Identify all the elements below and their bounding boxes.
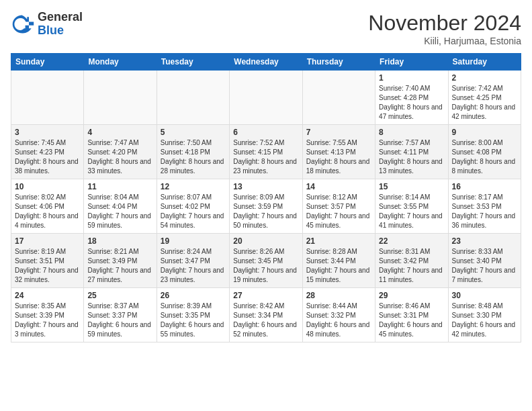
day-info: Sunrise: 8:19 AM Sunset: 3:51 PM Dayligh… — [15, 247, 80, 285]
day-number: 23 — [452, 236, 517, 246]
calendar-cell — [230, 71, 302, 125]
month-title: November 2024 — [368, 11, 521, 36]
day-number: 18 — [87, 236, 152, 246]
day-number: 6 — [233, 128, 298, 137]
day-number: 8 — [379, 128, 444, 137]
day-info: Sunrise: 8:07 AM Sunset: 4:02 PM Dayligh… — [161, 193, 226, 230]
calendar-cell: 10Sunrise: 8:02 AM Sunset: 4:06 PM Dayli… — [11, 179, 84, 234]
day-info: Sunrise: 8:02 AM Sunset: 4:06 PM Dayligh… — [15, 193, 80, 230]
day-number: 21 — [306, 236, 371, 246]
calendar-cell: 28Sunrise: 8:44 AM Sunset: 3:32 PM Dayli… — [302, 288, 375, 342]
calendar-cell: 30Sunrise: 8:48 AM Sunset: 3:30 PM Dayli… — [448, 288, 521, 342]
day-info: Sunrise: 8:39 AM Sunset: 3:35 PM Dayligh… — [161, 302, 226, 339]
calendar-cell: 29Sunrise: 8:46 AM Sunset: 3:31 PM Dayli… — [375, 288, 448, 342]
day-info: Sunrise: 8:21 AM Sunset: 3:49 PM Dayligh… — [87, 247, 152, 285]
logo-blue: Blue — [38, 24, 83, 38]
day-info: Sunrise: 8:12 AM Sunset: 3:57 PM Dayligh… — [306, 193, 371, 230]
col-monday: Monday — [84, 54, 157, 71]
day-info: Sunrise: 7:57 AM Sunset: 4:11 PM Dayligh… — [379, 138, 444, 176]
day-number: 20 — [233, 236, 298, 246]
day-number: 1 — [379, 73, 444, 83]
calendar-cell: 23Sunrise: 8:33 AM Sunset: 3:40 PM Dayli… — [448, 234, 521, 288]
day-info: Sunrise: 8:26 AM Sunset: 3:45 PM Dayligh… — [233, 247, 298, 285]
day-info: Sunrise: 8:04 AM Sunset: 4:04 PM Dayligh… — [87, 193, 152, 230]
calendar-cell — [84, 71, 157, 125]
day-number: 2 — [452, 73, 517, 83]
calendar-cell: 20Sunrise: 8:26 AM Sunset: 3:45 PM Dayli… — [230, 234, 302, 288]
day-number: 14 — [306, 182, 371, 191]
day-number: 10 — [15, 182, 80, 191]
calendar-week-row: 10Sunrise: 8:02 AM Sunset: 4:06 PM Dayli… — [11, 179, 521, 234]
calendar-table: Sunday Monday Tuesday Wednesday Thursday… — [11, 53, 521, 342]
calendar-cell: 7Sunrise: 7:55 AM Sunset: 4:13 PM Daylig… — [302, 125, 375, 179]
day-number: 11 — [87, 182, 152, 191]
day-number: 28 — [306, 291, 371, 300]
calendar-cell: 5Sunrise: 7:50 AM Sunset: 4:18 PM Daylig… — [157, 125, 229, 179]
logo: General Blue — [11, 11, 83, 38]
day-number: 15 — [379, 182, 444, 191]
calendar-cell: 18Sunrise: 8:21 AM Sunset: 3:49 PM Dayli… — [84, 234, 157, 288]
logo-icon — [11, 12, 35, 36]
day-info: Sunrise: 7:42 AM Sunset: 4:25 PM Dayligh… — [452, 84, 517, 122]
calendar-cell — [157, 71, 229, 125]
day-number: 16 — [452, 182, 517, 191]
day-info: Sunrise: 8:42 AM Sunset: 3:34 PM Dayligh… — [233, 302, 298, 339]
calendar-cell: 2Sunrise: 7:42 AM Sunset: 4:25 PM Daylig… — [448, 71, 521, 125]
calendar-cell — [302, 71, 375, 125]
day-info: Sunrise: 7:52 AM Sunset: 4:15 PM Dayligh… — [233, 138, 298, 176]
calendar-cell: 24Sunrise: 8:35 AM Sunset: 3:39 PM Dayli… — [11, 288, 84, 342]
calendar-header-row: Sunday Monday Tuesday Wednesday Thursday… — [11, 54, 521, 71]
day-info: Sunrise: 8:31 AM Sunset: 3:42 PM Dayligh… — [379, 247, 444, 285]
day-number: 5 — [161, 128, 226, 137]
col-thursday: Thursday — [302, 54, 375, 71]
calendar-cell: 21Sunrise: 8:28 AM Sunset: 3:44 PM Dayli… — [302, 234, 375, 288]
calendar-cell: 22Sunrise: 8:31 AM Sunset: 3:42 PM Dayli… — [375, 234, 448, 288]
calendar-cell: 17Sunrise: 8:19 AM Sunset: 3:51 PM Dayli… — [11, 234, 84, 288]
calendar-week-row: 24Sunrise: 8:35 AM Sunset: 3:39 PM Dayli… — [11, 288, 521, 342]
day-number: 24 — [15, 291, 80, 300]
day-number: 27 — [233, 291, 298, 300]
day-info: Sunrise: 8:28 AM Sunset: 3:44 PM Dayligh… — [306, 247, 371, 285]
day-info: Sunrise: 7:50 AM Sunset: 4:18 PM Dayligh… — [161, 138, 226, 176]
day-number: 12 — [161, 182, 226, 191]
day-info: Sunrise: 8:35 AM Sunset: 3:39 PM Dayligh… — [15, 302, 80, 339]
day-info: Sunrise: 8:46 AM Sunset: 3:31 PM Dayligh… — [379, 302, 444, 339]
calendar-cell: 27Sunrise: 8:42 AM Sunset: 3:34 PM Dayli… — [230, 288, 302, 342]
col-saturday: Saturday — [448, 54, 521, 71]
day-number: 9 — [452, 128, 517, 137]
day-number: 17 — [15, 236, 80, 246]
calendar-cell: 19Sunrise: 8:24 AM Sunset: 3:47 PM Dayli… — [157, 234, 229, 288]
calendar-cell: 12Sunrise: 8:07 AM Sunset: 4:02 PM Dayli… — [157, 179, 229, 234]
day-number: 4 — [87, 128, 152, 137]
col-tuesday: Tuesday — [157, 54, 229, 71]
calendar-cell: 16Sunrise: 8:17 AM Sunset: 3:53 PM Dayli… — [448, 179, 521, 234]
calendar-cell: 8Sunrise: 7:57 AM Sunset: 4:11 PM Daylig… — [375, 125, 448, 179]
day-info: Sunrise: 8:09 AM Sunset: 3:59 PM Dayligh… — [233, 193, 298, 230]
calendar-week-row: 3Sunrise: 7:45 AM Sunset: 4:23 PM Daylig… — [11, 125, 521, 179]
day-number: 25 — [87, 291, 152, 300]
calendar-week-row: 17Sunrise: 8:19 AM Sunset: 3:51 PM Dayli… — [11, 234, 521, 288]
location: Kiili, Harjumaa, Estonia — [368, 36, 521, 46]
logo-text: General Blue — [38, 11, 83, 38]
col-sunday: Sunday — [11, 54, 84, 71]
day-info: Sunrise: 8:14 AM Sunset: 3:55 PM Dayligh… — [379, 193, 444, 230]
calendar-cell: 13Sunrise: 8:09 AM Sunset: 3:59 PM Dayli… — [230, 179, 302, 234]
calendar-week-row: 1Sunrise: 7:40 AM Sunset: 4:28 PM Daylig… — [11, 71, 521, 125]
day-number: 7 — [306, 128, 371, 137]
col-friday: Friday — [375, 54, 448, 71]
day-info: Sunrise: 8:00 AM Sunset: 4:08 PM Dayligh… — [452, 138, 517, 176]
calendar-cell: 9Sunrise: 8:00 AM Sunset: 4:08 PM Daylig… — [448, 125, 521, 179]
day-number: 13 — [233, 182, 298, 191]
day-info: Sunrise: 8:37 AM Sunset: 3:37 PM Dayligh… — [87, 302, 152, 339]
calendar-cell: 14Sunrise: 8:12 AM Sunset: 3:57 PM Dayli… — [302, 179, 375, 234]
day-info: Sunrise: 7:55 AM Sunset: 4:13 PM Dayligh… — [306, 138, 371, 176]
calendar-cell: 3Sunrise: 7:45 AM Sunset: 4:23 PM Daylig… — [11, 125, 84, 179]
day-info: Sunrise: 7:40 AM Sunset: 4:28 PM Dayligh… — [379, 84, 444, 122]
day-info: Sunrise: 8:17 AM Sunset: 3:53 PM Dayligh… — [452, 193, 517, 230]
day-number: 30 — [452, 291, 517, 300]
logo-general: General — [38, 11, 83, 24]
day-number: 29 — [379, 291, 444, 300]
calendar-cell: 4Sunrise: 7:47 AM Sunset: 4:20 PM Daylig… — [84, 125, 157, 179]
day-info: Sunrise: 7:47 AM Sunset: 4:20 PM Dayligh… — [87, 138, 152, 176]
day-number: 19 — [161, 236, 226, 246]
